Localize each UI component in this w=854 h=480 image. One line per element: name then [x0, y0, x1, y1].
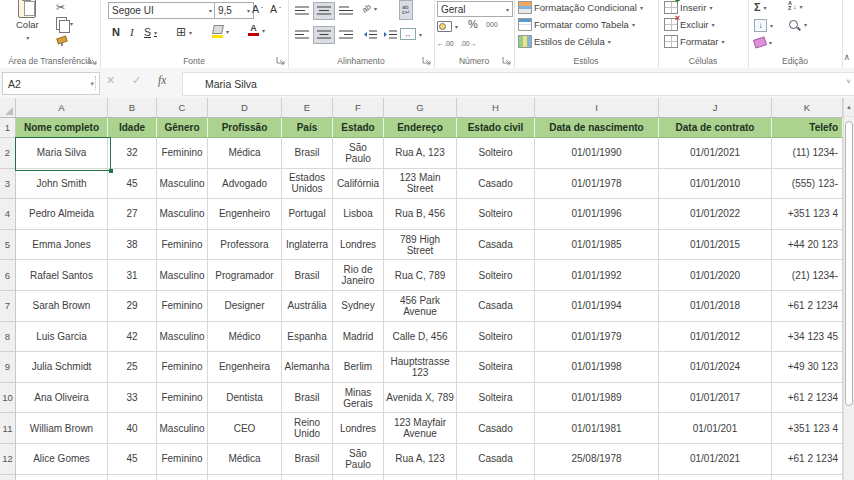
cell-G10[interactable]: Avenida X, 789: [384, 383, 457, 414]
align-middle-button[interactable]: [314, 3, 334, 19]
find-select-button[interactable]: [788, 19, 807, 30]
cell-K2[interactable]: (11) 1234-: [772, 138, 843, 169]
cell-J12[interactable]: 01/01/2021: [659, 444, 772, 475]
cell-D10[interactable]: Dentista: [208, 383, 282, 414]
expand-formula-bar-icon[interactable]: ˅: [846, 77, 851, 86]
cell-J5[interactable]: 01/01/2015: [659, 230, 772, 261]
underline-button[interactable]: S: [144, 26, 157, 38]
conditional-formatting-button[interactable]: Formatação Condicional: [518, 1, 643, 14]
cell-I11[interactable]: 01/01/1981: [535, 413, 659, 444]
cell-A9[interactable]: Julia Schmidt: [16, 352, 108, 383]
cell-J13[interactable]: [659, 475, 772, 480]
cell-K12[interactable]: +61 2 1234: [772, 444, 843, 475]
cell-K5[interactable]: +44 20 123: [772, 230, 843, 261]
cell-D8[interactable]: Médico: [208, 322, 282, 353]
cell-F13[interactable]: [333, 475, 384, 480]
cell-D1[interactable]: Profissão: [208, 118, 282, 138]
cell-A1[interactable]: Nome completo: [16, 118, 108, 138]
cell-J1[interactable]: Data de contrato: [659, 118, 772, 138]
row-header-9[interactable]: 9: [0, 352, 16, 383]
cell-E2[interactable]: Brasil: [282, 138, 333, 169]
column-header-G[interactable]: G: [384, 98, 457, 118]
cell-G7[interactable]: 456 Park Avenue: [384, 291, 457, 322]
cell-K4[interactable]: +351 123 4: [772, 199, 843, 230]
cell-D5[interactable]: Professora: [208, 230, 282, 261]
cell-B13[interactable]: [108, 475, 157, 480]
cell-C12[interactable]: Feminino: [157, 444, 208, 475]
cell-C5[interactable]: Feminino: [157, 230, 208, 261]
cell-D2[interactable]: Médica: [208, 138, 282, 169]
cell-H1[interactable]: Estado civil: [457, 118, 535, 138]
column-header-F[interactable]: F: [333, 98, 384, 118]
insert-button[interactable]: Inserir: [664, 1, 712, 14]
cell-G6[interactable]: Rua C, 789: [384, 260, 457, 291]
cell-C6[interactable]: Masculino: [157, 260, 208, 291]
cell-K3[interactable]: (555) 123-: [772, 169, 843, 200]
cell-H4[interactable]: Solteiro: [457, 199, 535, 230]
cell-D13[interactable]: [208, 475, 282, 480]
accounting-format-button[interactable]: [437, 21, 458, 32]
delete-button[interactable]: Excluir: [664, 18, 715, 31]
cell-B4[interactable]: 27: [108, 199, 157, 230]
cell-H13[interactable]: [457, 475, 535, 480]
cell-C2[interactable]: Feminino: [157, 138, 208, 169]
row-header-4[interactable]: 4: [0, 199, 16, 230]
column-header-H[interactable]: H: [457, 98, 535, 118]
column-header-E[interactable]: E: [282, 98, 333, 118]
cell-E3[interactable]: Estados Unidos: [282, 169, 333, 200]
cell-F5[interactable]: Londres: [333, 230, 384, 261]
increase-indent-button[interactable]: [380, 27, 400, 43]
cell-K13[interactable]: [772, 475, 843, 480]
dialog-launcher[interactable]: [422, 56, 431, 65]
cell-A7[interactable]: Sarah Brown: [16, 291, 108, 322]
italic-button[interactable]: I: [130, 26, 134, 38]
percent-style-button[interactable]: %: [468, 18, 478, 30]
cell-G13[interactable]: [384, 475, 457, 480]
column-header-K[interactable]: K: [772, 98, 843, 118]
cell-A12[interactable]: Alice Gomes: [16, 444, 108, 475]
cell-D7[interactable]: Designer: [208, 291, 282, 322]
cell-I6[interactable]: 01/01/1992: [535, 260, 659, 291]
cell-B1[interactable]: Idade: [108, 118, 157, 138]
cell-J2[interactable]: 01/01/2021: [659, 138, 772, 169]
cell-E8[interactable]: Espanha: [282, 322, 333, 353]
cell-J7[interactable]: 01/01/2018: [659, 291, 772, 322]
cell-K11[interactable]: +351 123 4: [772, 413, 843, 444]
cell-G12[interactable]: Rua A, 123: [384, 444, 457, 475]
cell-A5[interactable]: Emma Jones: [16, 230, 108, 261]
format-button[interactable]: Formatar: [664, 35, 725, 48]
align-bottom-button[interactable]: [336, 3, 356, 19]
cell-H11[interactable]: Casado: [457, 413, 535, 444]
format-as-table-button[interactable]: Formatar como Tabela: [518, 18, 635, 31]
cell-C9[interactable]: Feminino: [157, 352, 208, 383]
cell-I4[interactable]: 01/01/1996: [535, 199, 659, 230]
cell-A10[interactable]: Ana Oliveira: [16, 383, 108, 414]
cell-G5[interactable]: 789 High Street: [384, 230, 457, 261]
cell-D9[interactable]: Engenheira: [208, 352, 282, 383]
cell-E12[interactable]: Brasil: [282, 444, 333, 475]
cell-F11[interactable]: Londres: [333, 413, 384, 444]
decrease-font-size-button[interactable]: Aˇ: [270, 3, 281, 15]
cell-A13[interactable]: [16, 475, 108, 480]
cell-J4[interactable]: 01/01/2022: [659, 199, 772, 230]
align-top-button[interactable]: [292, 3, 312, 19]
increase-decimal-button[interactable]: ←.00: [437, 40, 454, 47]
cell-styles-button[interactable]: Estilos de Célula: [518, 35, 611, 48]
cell-F8[interactable]: Madrid: [333, 322, 384, 353]
cell-E6[interactable]: Brasil: [282, 260, 333, 291]
cell-J8[interactable]: 01/01/2012: [659, 322, 772, 353]
cell-F12[interactable]: São Paulo: [333, 444, 384, 475]
merge-center-button[interactable]: ↔: [400, 28, 422, 40]
cell-F1[interactable]: Estado: [333, 118, 384, 138]
cell-E9[interactable]: Alemanha: [282, 352, 333, 383]
align-right-button[interactable]: [336, 27, 356, 43]
cell-F3[interactable]: Califórnia: [333, 169, 384, 200]
autosum-button[interactable]: Σ: [754, 1, 767, 13]
cell-D4[interactable]: Engenheiro: [208, 199, 282, 230]
cell-C8[interactable]: Masculino: [157, 322, 208, 353]
cell-B10[interactable]: 33: [108, 383, 157, 414]
cell-J9[interactable]: 01/01/2024: [659, 352, 772, 383]
row-header-11[interactable]: 11: [0, 413, 16, 444]
cell-J11[interactable]: 01/01/201: [659, 413, 772, 444]
cell-H12[interactable]: Casada: [457, 444, 535, 475]
